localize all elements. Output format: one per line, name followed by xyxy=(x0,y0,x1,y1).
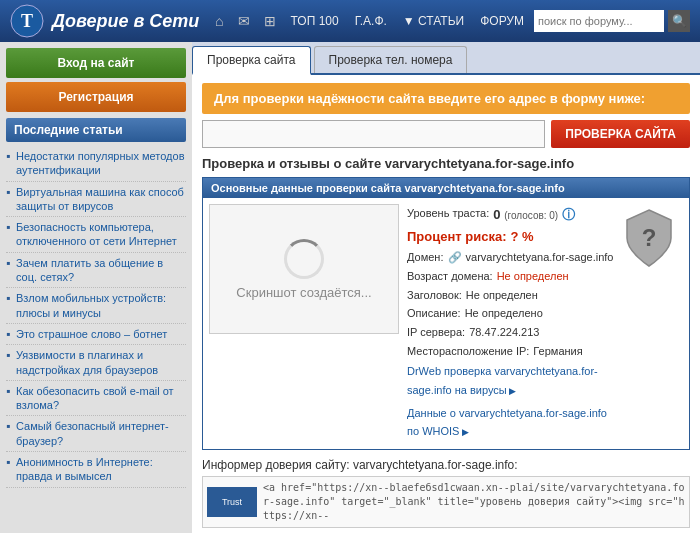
informer-title: Информер доверия сайту: varvarychtetyana… xyxy=(202,458,690,472)
sidebar-article-link[interactable]: Взлом мобильных устройств: плюсы и минус… xyxy=(16,292,166,318)
percent-value: ? % xyxy=(511,226,534,248)
url-input[interactable] xyxy=(202,120,545,148)
description-value: Не определено xyxy=(465,304,543,323)
site-title: Доверие в Сети xyxy=(52,11,199,32)
domain-value: varvarychtetyana.for-sage.info xyxy=(466,248,614,267)
nav-forum[interactable]: ФОРУМ xyxy=(474,12,530,30)
sidebar-article-link[interactable]: Анонимность в Интернете: правда и вымысе… xyxy=(16,456,153,482)
domain-icon: 🔗 xyxy=(448,248,462,267)
sidebar-article-item: Уязвимости в плагинах и надстройках для … xyxy=(6,345,186,381)
shield-icon: ? xyxy=(623,208,675,268)
logo-container: Т Доверие в Сети xyxy=(10,4,199,38)
domain-label: Домен: xyxy=(407,248,444,267)
sidebar-article-link[interactable]: Это страшное слово – ботнет xyxy=(16,328,167,340)
search-button[interactable]: 🔍 xyxy=(668,10,690,32)
screenshot-text: Скриншот создаётся... xyxy=(236,285,371,300)
sidebar-article-item: Анонимность в Интернете: правда и вымысе… xyxy=(6,452,186,488)
trust-value: 0 (голосов: 0) ⓘ xyxy=(493,204,575,226)
whois-link[interactable]: Данные о varvarychtetyana.for-sage.info … xyxy=(407,402,615,443)
location-value: Германия xyxy=(533,342,582,361)
location-row: Месторасположение IP: Германия xyxy=(407,342,615,361)
logo-icon: Т xyxy=(10,4,44,38)
informer-logo: Trust xyxy=(207,487,257,517)
sidebar-article-item: Зачем платить за общение в соц. сетях? xyxy=(6,253,186,289)
info-icon[interactable]: ⓘ xyxy=(562,207,575,222)
ip-label: IP сервера: xyxy=(407,323,465,342)
sidebar-article-link[interactable]: Безопасность компьютера, отключенного от… xyxy=(16,221,177,247)
email-icon[interactable]: ✉ xyxy=(233,11,255,31)
sidebar-article-item: Это страшное слово – ботнет xyxy=(6,324,186,345)
trust-votes: (голосов: 0) xyxy=(504,210,558,221)
sidebar-article-item: Недостатки популярных методов аутентифик… xyxy=(6,146,186,182)
percent-label: Процент риска: xyxy=(407,226,507,248)
sidebar-article-item: Как обезопасить свой e-mail от взлома? xyxy=(6,381,186,417)
login-button[interactable]: Вход на сайт xyxy=(6,48,186,78)
sidebar-article-link[interactable]: Зачем платить за общение в соц. сетях? xyxy=(16,257,163,283)
sidebar-section-title: Последние статьи xyxy=(6,118,186,142)
sidebar-article-link[interactable]: Недостатки популярных методов аутентифик… xyxy=(16,150,185,176)
sidebar-article-item: Взлом мобильных устройств: плюсы и минус… xyxy=(6,288,186,324)
grid-icon[interactable]: ⊞ xyxy=(259,11,281,31)
data-section-title: Основные данные проверки сайта varvarych… xyxy=(203,178,689,198)
screenshot-box: Скриншот создаётся... xyxy=(209,204,399,334)
age-value: Не определен xyxy=(497,267,569,286)
sidebar-articles: Недостатки популярных методов аутентифик… xyxy=(6,146,186,488)
svg-text:Т: Т xyxy=(21,11,33,31)
ip-value: 78.47.224.213 xyxy=(469,323,539,342)
sidebar-article-item: Самый безопасный интернет-браузер? xyxy=(6,416,186,452)
register-button[interactable]: Регистрация xyxy=(6,82,186,112)
check-prompt: Для проверки надёжности сайта введите ег… xyxy=(202,83,690,114)
check-button[interactable]: ПРОВЕРКА САЙТА xyxy=(551,120,690,148)
age-row: Возраст домена: Не определен xyxy=(407,267,615,286)
sidebar: Вход на сайт Регистрация Последние стать… xyxy=(0,42,192,533)
sidebar-article-link[interactable]: Виртуальная машина как способ защиты от … xyxy=(16,186,184,212)
nav-faq[interactable]: Г.А.Ф. xyxy=(349,12,393,30)
nav-top100[interactable]: ТОП 100 xyxy=(285,12,345,30)
nav-bar: ⌂ ✉ ⊞ ТОП 100 Г.А.Ф. ▼ СТАТЬИ ФОРУМ 🔍 xyxy=(210,10,690,32)
informer-logo-text: Trust xyxy=(222,497,242,507)
tab-check-site[interactable]: Проверка сайта xyxy=(192,46,311,75)
data-body: Скриншот создаётся... Уровень траста: 0 … xyxy=(203,198,689,449)
header: Т Доверие в Сети ⌂ ✉ ⊞ ТОП 100 Г.А.Ф. ▼ … xyxy=(0,0,700,42)
tabs: Проверка сайта Проверка тел. номера xyxy=(192,42,700,75)
ip-row: IP сервера: 78.47.224.213 xyxy=(407,323,615,342)
search-input[interactable] xyxy=(534,10,664,32)
description-row: Описание: Не определено xyxy=(407,304,615,323)
site-info: Уровень траста: 0 (голосов: 0) ⓘ Процент… xyxy=(407,204,615,443)
header-label: Заголовок: xyxy=(407,286,462,305)
informer-code[interactable]: <a href="https://xn--blaefeбsd1cwaan.xn-… xyxy=(263,481,685,523)
trust-row: Уровень траста: 0 (голосов: 0) ⓘ xyxy=(407,204,615,226)
header-row: Заголовок: Не определен xyxy=(407,286,615,305)
percent-row: Процент риска: ? % xyxy=(407,226,615,248)
sidebar-article-link[interactable]: Уязвимости в плагинах и надстройках для … xyxy=(16,349,158,375)
location-label: Месторасположение IP: xyxy=(407,342,529,361)
age-label: Возраст домена: xyxy=(407,267,493,286)
sidebar-article-link[interactable]: Самый безопасный интернет-браузер? xyxy=(16,420,169,446)
domain-row: Домен: 🔗 varvarychtetyana.for-sage.info xyxy=(407,248,615,267)
check-form: ПРОВЕРКА САЙТА xyxy=(202,120,690,148)
sidebar-article-link[interactable]: Как обезопасить свой e-mail от взлома? xyxy=(16,385,174,411)
informer-box: Trust <a href="https://xn--blaefeбsd1cwa… xyxy=(202,476,690,528)
sidebar-article-item: Виртуальная машина как способ защиты от … xyxy=(6,182,186,218)
informer-section: Информер доверия сайту: varvarychtetyana… xyxy=(202,458,690,528)
check-section: Для проверки надёжности сайта введите ег… xyxy=(192,75,700,533)
trust-number: 0 xyxy=(493,207,500,222)
loading-spinner xyxy=(284,239,324,279)
sidebar-article-item: Безопасность компьютера, отключенного от… xyxy=(6,217,186,253)
drweb-link[interactable]: DrWeb проверка varvarychtetyana.for-sage… xyxy=(407,360,615,401)
layout: Вход на сайт Регистрация Последние стать… xyxy=(0,42,700,533)
tab-check-phone[interactable]: Проверка тел. номера xyxy=(314,46,468,73)
home-icon[interactable]: ⌂ xyxy=(210,11,228,31)
trust-label: Уровень траста: xyxy=(407,204,489,226)
svg-text:?: ? xyxy=(642,224,657,251)
header-value: Не определен xyxy=(466,286,538,305)
data-section: Основные данные проверки сайта varvarych… xyxy=(202,177,690,450)
result-title: Проверка и отзывы о сайте varvarychtetya… xyxy=(202,156,690,171)
nav-articles[interactable]: ▼ СТАТЬИ xyxy=(397,12,470,30)
shield-icon-container: ? xyxy=(623,204,683,443)
description-label: Описание: xyxy=(407,304,461,323)
main-content: Проверка сайта Проверка тел. номера Для … xyxy=(192,42,700,533)
